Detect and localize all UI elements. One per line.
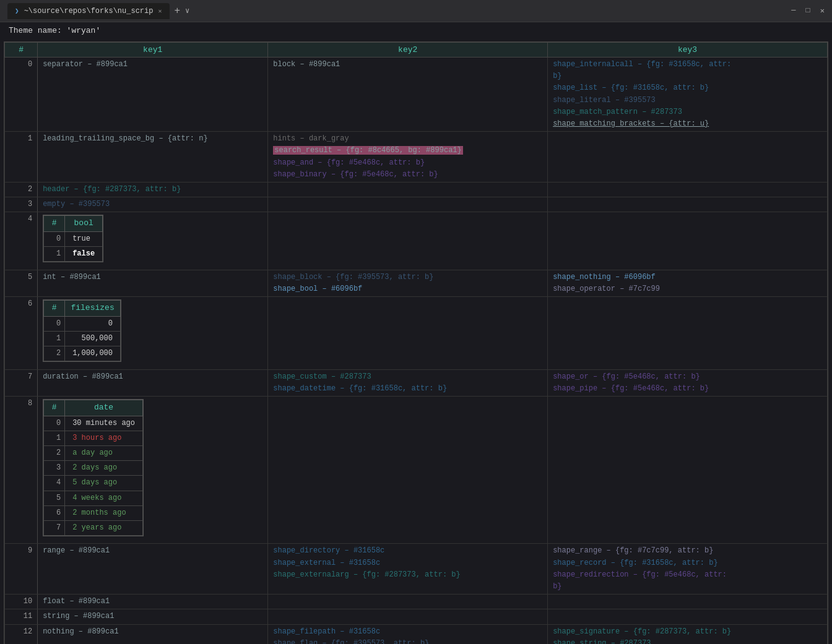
table-row: 1 false bbox=[44, 247, 103, 262]
row-key1: #bool 0 true 1 false bbox=[38, 212, 268, 270]
row-key3: shape_signature – {fg: #287373, attr: b}… bbox=[548, 624, 828, 644]
row-key3 bbox=[548, 212, 828, 270]
row-key2: shape_block – {fg: #395573, attr: b} sha… bbox=[268, 270, 548, 296]
row-index: 2 bbox=[44, 346, 65, 361]
table-row: 0 separator – #899ca1 block – #899ca1 sh… bbox=[5, 58, 828, 132]
row-index: 5 bbox=[5, 270, 38, 296]
date-cell: 2 months ago bbox=[65, 505, 143, 520]
bool-table-wrap: #bool 0 true 1 false bbox=[43, 215, 103, 262]
date-table-wrap: #date 0 30 minutes ago 1 3 hours ago bbox=[43, 399, 144, 536]
row-index: 0 bbox=[44, 232, 65, 247]
main-content-area: # key1 key2 key3 0 separator – #899ca1 b… bbox=[4, 41, 828, 644]
window-controls: ─ □ ✕ bbox=[791, 6, 825, 15]
cell-text: shape_bool – #6096bf bbox=[273, 285, 362, 293]
row-index: 6 bbox=[44, 505, 65, 520]
table-row: 5 int – #899ca1 shape_block – {fg: #3955… bbox=[5, 270, 828, 296]
search-result-highlight: search_result – {fg: #8c4665, bg: #899ca… bbox=[273, 146, 462, 155]
tab-close-button[interactable]: ✕ bbox=[158, 7, 162, 15]
row-key1: #filesizes 0 0 1 500,000 bbox=[38, 296, 268, 369]
row-key3 bbox=[548, 197, 828, 212]
table-row: 7 duration – #899ca1 shape_custom – #287… bbox=[5, 369, 828, 396]
date-col: date bbox=[65, 400, 143, 416]
row-index: 1 bbox=[44, 431, 65, 445]
bool-table: #bool 0 true 1 false bbox=[43, 215, 103, 262]
table-row: 7 2 years ago bbox=[44, 521, 143, 536]
row-key2: shape_filepath – #31658c shape_flag – {f… bbox=[268, 624, 548, 644]
tab-label: ~\source\repos\forks\nu_scrip bbox=[24, 7, 154, 15]
row-index: 1 bbox=[44, 247, 65, 262]
minimize-button[interactable]: ─ bbox=[791, 6, 795, 15]
row-key1: float – #899ca1 bbox=[38, 595, 268, 609]
row-index: 0 bbox=[44, 416, 65, 431]
table-row: 11 string – #899ca1 bbox=[5, 609, 828, 624]
cell-text: header – {fg: #287373, attr: b} bbox=[43, 185, 181, 194]
table-row: 6 2 months ago bbox=[44, 505, 143, 520]
cell-text: shape_directory – #31658cshape_external … bbox=[273, 546, 384, 567]
row-key2 bbox=[268, 296, 548, 369]
table-row: 0 0 bbox=[44, 316, 121, 331]
cell-text: shape_match_pattern – #287373 bbox=[553, 108, 682, 116]
row-index: 12 bbox=[5, 624, 38, 644]
row-index: 3 bbox=[5, 197, 38, 212]
row-index: 1 bbox=[5, 132, 38, 182]
table-row: 3 2 days ago bbox=[44, 461, 143, 476]
terminal-icon: ❯ bbox=[15, 7, 19, 15]
bool-hash-col: # bbox=[44, 216, 65, 232]
fs-cell: 0 bbox=[65, 316, 121, 331]
filesizes-table-wrap: #filesizes 0 0 1 500,000 bbox=[43, 299, 121, 362]
table-row: 4 5 days ago bbox=[44, 476, 143, 491]
cell-text: shape_redirection – {fg: #5e468c, attr:b… bbox=[553, 570, 727, 591]
row-index: 5 bbox=[44, 491, 65, 505]
row-key1: #date 0 30 minutes ago 1 3 hours ago bbox=[38, 396, 268, 543]
row-key3 bbox=[548, 182, 828, 197]
row-index: 3 bbox=[44, 461, 65, 476]
row-key3: shape_or – {fg: #5e468c, attr: b}shape_p… bbox=[548, 369, 828, 396]
cell-text: range – #899ca1 bbox=[43, 546, 110, 555]
close-button[interactable]: ✕ bbox=[820, 6, 825, 15]
data-table: # key1 key2 key3 0 separator – #899ca1 b… bbox=[4, 42, 828, 644]
date-cell: 2 years ago bbox=[65, 521, 143, 536]
date-table: #date 0 30 minutes ago 1 3 hours ago bbox=[43, 400, 143, 536]
cell-text: shape_externalarg – {fg: #287373, attr: … bbox=[273, 570, 460, 579]
row-index: 9 bbox=[5, 544, 38, 595]
cell-text: nothing – #899ca1 bbox=[43, 627, 118, 636]
table-row: 4 #bool 0 true bbox=[5, 212, 828, 270]
date-cell: 3 hours ago bbox=[65, 431, 143, 445]
bool-col: bool bbox=[65, 216, 103, 232]
row-index: 11 bbox=[5, 609, 38, 624]
cell-text: shape_and – {fg: #5e468c, attr: b}shape_… bbox=[273, 158, 438, 179]
cell-text: duration – #899ca1 bbox=[43, 372, 123, 381]
row-key1: empty – #395573 bbox=[38, 197, 268, 212]
date-cell: 30 minutes ago bbox=[65, 416, 143, 431]
row-key2 bbox=[268, 396, 548, 543]
cell-text: shape_custom – #287373 bbox=[273, 372, 371, 381]
row-key2 bbox=[268, 197, 548, 212]
row-index: 0 bbox=[44, 316, 65, 331]
cell-text: shape_matching_brackets – {attr: u} bbox=[553, 119, 709, 128]
cell-text: string – #899ca1 bbox=[43, 612, 114, 620]
fs-cell: 500,000 bbox=[65, 331, 121, 346]
table-row: 2 a day ago bbox=[44, 446, 143, 461]
row-index: 10 bbox=[5, 595, 38, 609]
active-tab[interactable]: ❯ ~\source\repos\forks\nu_scrip ✕ bbox=[7, 3, 170, 19]
row-key3: shape_nothing – #6096bf shape_operator –… bbox=[548, 270, 828, 296]
cell-text: shape_internalcall – {fg: #31658c, attr:… bbox=[553, 60, 731, 92]
table-row: 8 #date 0 30 minutes ago bbox=[5, 396, 828, 543]
row-key1: range – #899ca1 bbox=[38, 544, 268, 595]
filesizes-table: #filesizes 0 0 1 500,000 bbox=[43, 300, 121, 361]
row-index: 0 bbox=[5, 58, 38, 132]
cell-text: hints – dark_gray bbox=[273, 134, 349, 143]
new-tab-button[interactable]: + bbox=[175, 6, 181, 17]
cell-text: shape_datetime – {fg: #31658c, attr: b} bbox=[273, 384, 447, 393]
row-key2: hints – dark_gray search_result – {fg: #… bbox=[268, 132, 548, 182]
row-key1: int – #899ca1 bbox=[38, 270, 268, 296]
row-key3 bbox=[548, 595, 828, 609]
cell-text: int – #899ca1 bbox=[43, 273, 101, 281]
table-row: 1 500,000 bbox=[44, 331, 121, 346]
cell-text: block – #899ca1 bbox=[273, 60, 340, 69]
row-key1: nothing – #899ca1 bbox=[38, 624, 268, 644]
row-key2: shape_directory – #31658cshape_external … bbox=[268, 544, 548, 595]
tabs-dropdown[interactable]: ∨ bbox=[185, 6, 189, 15]
fs-hash-col: # bbox=[44, 300, 65, 316]
maximize-button[interactable]: □ bbox=[806, 6, 810, 15]
